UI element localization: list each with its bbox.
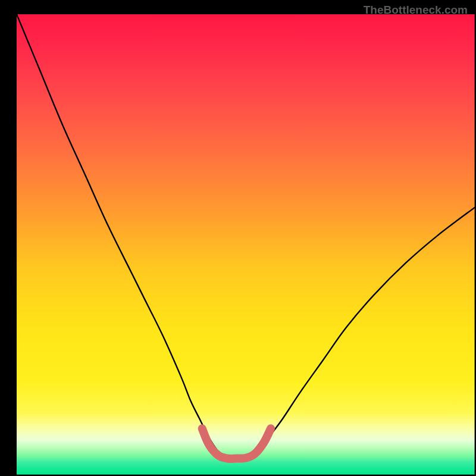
- plot-background: [17, 14, 475, 475]
- watermark-text: TheBottleneck.com: [364, 4, 468, 17]
- chart-svg: [0, 0, 476, 476]
- bottleneck-chart: [0, 0, 476, 476]
